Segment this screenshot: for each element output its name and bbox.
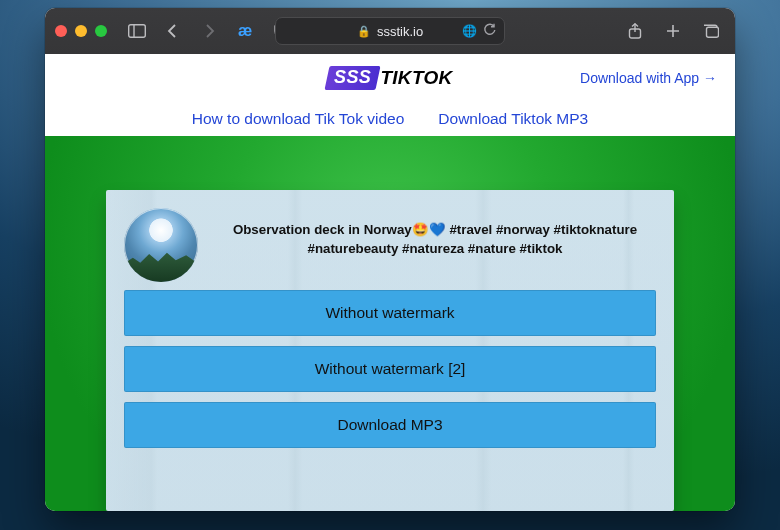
brand-text: TIKTOK: [380, 67, 452, 89]
nav-links: How to download Tik Tok video Download T…: [45, 102, 735, 136]
lock-icon: 🔒: [357, 25, 371, 38]
minimize-window-button[interactable]: [75, 25, 87, 37]
desktop-wallpaper: æ 🔒 ssstik.io 🌐: [0, 0, 780, 530]
brand-logo[interactable]: SSS TIKTOK: [327, 66, 452, 90]
address-bar-host: ssstik.io: [377, 24, 423, 39]
nav-forward-icon: [195, 18, 223, 44]
sidebar-toggle-icon[interactable]: [123, 18, 151, 44]
download-no-watermark-2-button[interactable]: Without watermark [2]: [124, 346, 656, 392]
hero-section: Observation deck in Norway🤩💙 #travel #no…: [45, 136, 735, 511]
address-bar[interactable]: 🔒 ssstik.io 🌐: [275, 17, 505, 45]
nav-mp3-link[interactable]: Download Tiktok MP3: [438, 110, 588, 128]
fullscreen-window-button[interactable]: [95, 25, 107, 37]
nav-howto-link[interactable]: How to download Tik Tok video: [192, 110, 405, 128]
video-thumbnail: [124, 208, 198, 282]
nav-back-icon[interactable]: [159, 18, 187, 44]
download-with-app-link[interactable]: Download with App →: [580, 70, 717, 86]
close-window-button[interactable]: [55, 25, 67, 37]
download-buttons: Without watermark Without watermark [2] …: [124, 290, 656, 448]
site-header: SSS TIKTOK Download with App →: [45, 54, 735, 102]
download-no-watermark-button[interactable]: Without watermark: [124, 290, 656, 336]
download-mp3-button[interactable]: Download MP3: [124, 402, 656, 448]
svg-rect-0: [129, 25, 146, 38]
share-icon[interactable]: [621, 18, 649, 44]
brand-badge: SSS: [325, 66, 381, 90]
translate-icon[interactable]: 🌐: [462, 24, 477, 38]
video-title: Observation deck in Norway🤩💙 #travel #no…: [214, 208, 656, 259]
extension-ae-icon[interactable]: æ: [231, 18, 259, 44]
tab-overview-icon[interactable]: [697, 18, 725, 44]
new-tab-icon[interactable]: [659, 18, 687, 44]
browser-toolbar: æ 🔒 ssstik.io 🌐: [45, 8, 735, 54]
browser-window: æ 🔒 ssstik.io 🌐: [45, 8, 735, 511]
reload-icon[interactable]: [483, 23, 496, 39]
page-content: SSS TIKTOK Download with App → How to do…: [45, 54, 735, 511]
svg-rect-7: [707, 27, 719, 37]
window-controls: [55, 25, 107, 37]
result-card: Observation deck in Norway🤩💙 #travel #no…: [106, 190, 674, 511]
